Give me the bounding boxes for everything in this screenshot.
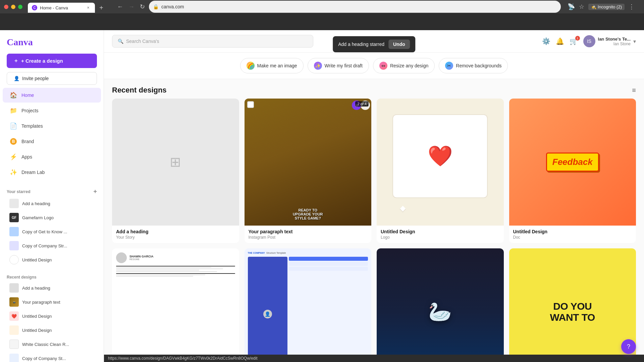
profile-team: Ian Stone (598, 42, 631, 46)
reload-btn[interactable]: ↻ (139, 2, 146, 12)
search-icon: 🔍 (118, 39, 123, 44)
paragraph-card-type: Instagram Post (249, 235, 368, 240)
r-paragraph-name: Your paragraph text (22, 300, 60, 305)
cart-btn[interactable]: 🛒 1 (570, 37, 578, 45)
remove-bg-label: Remove backgrounds (456, 63, 501, 68)
incognito-btn[interactable]: 🕵️ Incognito (2) (588, 4, 625, 10)
home-icon: 🏠 (9, 91, 17, 99)
heart-card-type: Logo (381, 235, 500, 240)
gamefarm-name: Gamefarm Logo (22, 215, 54, 220)
remove-bg-icon: ✂ (445, 62, 453, 70)
list-view-btn[interactable]: ≡ (632, 86, 636, 94)
sidebar-projects-label: Projects (21, 108, 39, 113)
cart-badge: 1 (575, 36, 580, 41)
window-close-btn[interactable] (4, 5, 8, 9)
create-btn-label: + Create a design (21, 58, 63, 64)
write-draft-btn[interactable]: ✨ Write my first draft (308, 58, 369, 73)
profile-name-block: Ian Stone's Te... Ian Stone (598, 37, 631, 46)
sidebar-item-copy-get[interactable]: Copy of Get to Know ... (3, 225, 101, 239)
company-thumb-main: The Company Structure Template 👤 (245, 248, 372, 362)
sidebar-recent-white-classic[interactable]: White Classic Clean R... (3, 337, 101, 351)
design-card-feedback[interactable]: Feedback Untitled Design Doc (509, 99, 636, 243)
sidebar-item-apps[interactable]: ⚡ Apps (3, 149, 101, 164)
bookmark-icon[interactable]: ☆ (579, 3, 584, 10)
settings-btn[interactable]: ⚙️ (542, 37, 550, 45)
sidebar-recent-copy-company[interactable]: Copy of Company St... (3, 351, 101, 362)
sidebar-recent-untitled1[interactable]: ❤️ Untitled Design (3, 309, 101, 323)
resize-icon: ⇔ (379, 62, 387, 70)
write-draft-label: Write my first draft (325, 63, 363, 68)
new-tab-btn[interactable]: + (96, 3, 106, 13)
feedback-card-name: Untitled Design (513, 229, 632, 234)
design-card-paragraph[interactable]: READY TOUPGRADE YOURSTYLE GAME? ★ ••• 2 … (245, 99, 372, 243)
forward-btn[interactable]: → (127, 2, 136, 12)
placeholder-icon: ⊞ (170, 154, 181, 170)
sidebar-item-templates[interactable]: 📄 Templates (3, 119, 101, 133)
r-white-classic-thumb (9, 340, 19, 349)
main-content: Add a heading starred Undo 🔍 Search Canv… (104, 30, 644, 362)
r-untitled1-name: Untitled Design (22, 314, 52, 319)
canva-wordmark: Canva (7, 37, 97, 48)
brand-icon: B (9, 137, 17, 145)
projects-icon: 📁 (9, 107, 17, 115)
address-lock-icon: 🔒 (153, 4, 159, 9)
add-heading-card-name: Add a heading (116, 229, 235, 234)
create-design-btn[interactable]: ＋ + Create a design (7, 54, 97, 68)
sidebar-item-untitled[interactable]: Untitled Design (3, 253, 101, 267)
menu-icon[interactable]: ⋮ (629, 3, 635, 10)
sidebar-recent-add-heading[interactable]: Add a heading (3, 281, 101, 295)
sidebar-item-dreamlab[interactable]: ✨ Dream Lab (3, 165, 101, 180)
sidebar-item-home[interactable]: 🏠 Home (3, 88, 101, 103)
sidebar-item-add-heading[interactable]: Add a heading (3, 196, 101, 210)
swan-thumb-main: 🦢 (377, 248, 504, 362)
feedback-info: Untitled Design Doc (509, 226, 636, 243)
back-btn[interactable]: ← (116, 2, 124, 12)
design-card-heart[interactable]: ❤️ Untitled Design Logo (377, 99, 504, 243)
sidebar-item-gamefarm[interactable]: GF Gamefarm Logo (3, 210, 101, 225)
make-image-btn[interactable]: 🌈 Make me an image (240, 58, 304, 73)
sidebar-home-label: Home (21, 93, 34, 98)
cast-icon[interactable]: 📡 (568, 3, 575, 10)
design-card-resume[interactable]: SHAWN GARCIA RESUME (112, 248, 239, 362)
design-card-swan[interactable]: 🦢 Untitled Design 1120 x 1120 px (377, 248, 504, 362)
resume-thumb-main: SHAWN GARCIA RESUME (112, 248, 239, 362)
sidebar-dreamlab-label: Dream Lab (21, 170, 45, 175)
r-white-classic-name: White Classic Clean R... (22, 342, 69, 347)
create-icon: ＋ (13, 58, 18, 64)
copy-company-thumb (9, 241, 19, 250)
add-heading-info: Add a heading Your Story (112, 226, 239, 243)
sidebar-recent-paragraph[interactable]: 📷 Your paragraph text (3, 295, 101, 309)
paragraph-card-name: Your paragraph text (249, 229, 368, 234)
profile-header[interactable]: IS Ian Stone's Te... Ian Stone ▾ (583, 35, 636, 47)
resize-design-btn[interactable]: ⇔ Resize any design (373, 58, 435, 73)
tab-close-btn[interactable]: × (86, 5, 91, 10)
invite-people-btn[interactable]: 👤 Invite people (7, 72, 97, 85)
design-card-mobile-course[interactable]: DO YOUWANT TO Mobile Course Mobile Video… (509, 248, 636, 362)
browser-titlebar: C Home - Canva × + ← → ↻ 🔒 canva.com 📡 ☆… (0, 0, 644, 13)
apps-icon: ⚡ (9, 153, 17, 161)
make-image-label: Make me an image (257, 63, 297, 68)
sidebar-item-brand[interactable]: B Brand (3, 134, 101, 149)
search-bar[interactable]: 🔍 Search Canva's (112, 35, 313, 48)
toast-undo-btn[interactable]: Undo (388, 40, 410, 49)
search-placeholder: Search Canva's (126, 39, 159, 44)
browser-tab-canva[interactable]: C Home - Canva × (28, 3, 95, 13)
sidebar-recent-untitled2[interactable]: Untitled Design (3, 323, 101, 337)
help-btn[interactable]: ? (621, 339, 636, 354)
remove-bg-btn[interactable]: ✂ Remove backgrounds (439, 58, 508, 73)
untitled-name: Untitled Design (22, 257, 52, 262)
window-maximize-btn[interactable] (18, 5, 22, 9)
window-minimize-btn[interactable] (11, 5, 15, 9)
notifications-btn[interactable]: 🔔 (556, 37, 564, 45)
window-controls (4, 5, 22, 9)
add-starred-btn[interactable]: + (93, 188, 97, 195)
profile-name: Ian Stone's Te... (598, 37, 631, 42)
sidebar-item-copy-company[interactable]: Copy of Company Str... (3, 239, 101, 253)
browser-chrome: C Home - Canva × + ← → ↻ 🔒 canva.com 📡 ☆… (0, 0, 644, 30)
sidebar-item-projects[interactable]: 📁 Projects (3, 103, 101, 118)
address-bar[interactable]: 🔒 canva.com (149, 1, 561, 13)
design-card-add-heading[interactable]: ⊞ Add a heading Your Story (112, 99, 239, 243)
r-add-heading-name: Add a heading (22, 286, 50, 291)
card-checkbox[interactable] (247, 101, 254, 108)
design-card-company[interactable]: The Company Structure Template 👤 (245, 248, 372, 362)
